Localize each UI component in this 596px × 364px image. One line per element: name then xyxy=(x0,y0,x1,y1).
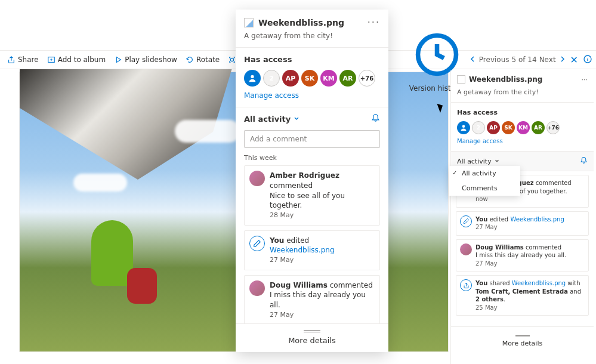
drag-handle-icon xyxy=(304,330,320,332)
avatar xyxy=(460,243,472,255)
rotate-label: Rotate xyxy=(196,55,220,64)
svg-point-5 xyxy=(462,125,465,128)
activity-item[interactable]: Doug Williams commentedI miss this day a… xyxy=(456,239,589,272)
file-description: A getaway from the city! xyxy=(451,88,594,103)
svg-point-1 xyxy=(231,58,234,61)
pencil-icon xyxy=(460,215,472,227)
share-button[interactable]: Share xyxy=(4,50,42,69)
more-menu-button[interactable]: ··· xyxy=(582,76,588,84)
avatar[interactable]: SK xyxy=(301,70,318,87)
comment-input[interactable]: Add a comment xyxy=(244,130,380,148)
file-name: Weekendbliss.png xyxy=(258,18,363,27)
activity-item[interactable]: You edited Weekendbliss.png27 May xyxy=(456,211,589,236)
svg-point-4 xyxy=(251,75,254,78)
access-section: Has access 2APSKKMAR+76 Manage access xyxy=(451,103,594,152)
activity-item[interactable]: Amber Rodriguez commentedNice to see all… xyxy=(244,165,380,226)
access-avatars: 2APSKKMAR+76 xyxy=(244,70,380,87)
activity-body: Amber Rodriguez commentedNice to see all… xyxy=(270,171,375,220)
details-panel-small: Weekendbliss.png ··· A getaway from the … xyxy=(450,70,594,364)
add-to-album-button[interactable]: Add to album xyxy=(44,50,110,69)
manage-access-link[interactable]: Manage access xyxy=(457,138,503,144)
notifications-button[interactable] xyxy=(580,156,588,166)
add-album-label: Add to album xyxy=(58,55,106,64)
cloud-graphic xyxy=(175,120,240,143)
filter-label: All activity xyxy=(244,115,291,124)
activity-body: Doug Williams commentedI miss this day a… xyxy=(270,280,375,320)
cursor-icon xyxy=(438,103,446,113)
activity-item[interactable]: You edited Weekendbliss.png27 May xyxy=(244,230,380,270)
more-label: More details xyxy=(288,336,336,345)
avatar xyxy=(249,280,265,296)
rotate-button[interactable]: Rotate xyxy=(182,50,223,69)
activity-item[interactable]: Doug Williams commentedI miss this day a… xyxy=(244,275,380,323)
file-icon xyxy=(457,75,465,84)
avatar[interactable]: SK xyxy=(502,121,515,134)
activity-body: You edited Weekendbliss.png27 May xyxy=(475,215,564,232)
next-label: Next xyxy=(539,55,556,64)
dropdown-item[interactable]: Comments xyxy=(449,181,520,196)
activity-item[interactable]: You shared Weekendbliss.png with Tom Cra… xyxy=(456,275,589,316)
access-title: Has access xyxy=(457,109,588,116)
avatar[interactable]: AP xyxy=(487,121,500,134)
activity-body: You shared Weekendbliss.png with Tom Cra… xyxy=(475,279,585,311)
avatar[interactable] xyxy=(457,121,470,134)
info-button[interactable] xyxy=(583,54,592,66)
file-icon xyxy=(244,18,254,27)
activity-filter-dropdown[interactable]: All activity xyxy=(244,115,300,124)
file-name: Weekendbliss.png xyxy=(469,75,542,84)
avatar[interactable] xyxy=(244,70,261,87)
access-title: Has access xyxy=(244,55,380,64)
activity-filter-row: All activity xyxy=(236,107,388,130)
activity-list: Amber Rodriguez commentedNice to see all… xyxy=(236,165,388,323)
next-button[interactable] xyxy=(558,55,566,64)
share-icon xyxy=(460,279,472,291)
avatar[interactable]: AR xyxy=(532,121,545,134)
activity-filter-row: All activity All activityComments xyxy=(451,152,594,171)
backpack-graphic xyxy=(127,268,157,304)
close-button[interactable]: ✕ xyxy=(568,54,580,66)
filter-label: All activity xyxy=(457,158,492,165)
manage-access-link[interactable]: Manage access xyxy=(244,91,299,100)
activity-filter-dropdown[interactable]: All activity xyxy=(457,158,500,165)
details-panel-large: Weekendbliss.png ··· A getaway from the … xyxy=(236,10,388,352)
drag-handle-icon xyxy=(515,335,530,337)
dropdown-item[interactable]: All activity xyxy=(449,166,520,181)
chevron-down-icon xyxy=(293,115,300,124)
more-label: More details xyxy=(502,340,542,347)
counter-label: 5 of 14 xyxy=(512,55,537,64)
file-description: A getaway from the city! xyxy=(236,32,388,48)
activity-body: Doug Williams commentedI miss this day a… xyxy=(475,243,566,268)
more-menu-button[interactable]: ··· xyxy=(368,17,380,28)
notifications-button[interactable] xyxy=(371,113,380,124)
previous-button[interactable] xyxy=(470,55,477,64)
access-avatars: 2APSKKMAR+76 xyxy=(457,121,588,134)
more-details-button[interactable]: More details xyxy=(236,323,388,352)
avatar[interactable]: 2 xyxy=(472,121,485,134)
previous-label: Previous xyxy=(479,55,509,64)
filter-dropdown-menu: All activityComments xyxy=(449,166,520,196)
avatar[interactable]: 2 xyxy=(263,70,280,87)
avatar-overflow[interactable]: +76 xyxy=(359,70,375,87)
avatar[interactable]: AR xyxy=(339,70,356,87)
avatar[interactable]: KM xyxy=(517,121,530,134)
avatar-overflow[interactable]: +76 xyxy=(546,121,560,134)
access-section: Has access 2APSKKMAR+76 Manage access xyxy=(236,48,388,107)
play-slideshow-button[interactable]: Play slideshow xyxy=(110,50,181,69)
slideshow-label: Play slideshow xyxy=(125,55,177,64)
more-details-button[interactable]: More details xyxy=(451,326,594,347)
avatar[interactable]: KM xyxy=(320,70,337,87)
cloud-graphic xyxy=(73,174,127,192)
avatar xyxy=(249,171,265,186)
activity-body: You edited Weekendbliss.png27 May xyxy=(270,236,375,265)
chevron-down-icon xyxy=(494,158,500,165)
share-label: Share xyxy=(18,55,39,64)
pencil-icon xyxy=(249,236,265,251)
avatar[interactable]: AP xyxy=(282,70,299,87)
activity-group-label: This week xyxy=(236,154,388,165)
